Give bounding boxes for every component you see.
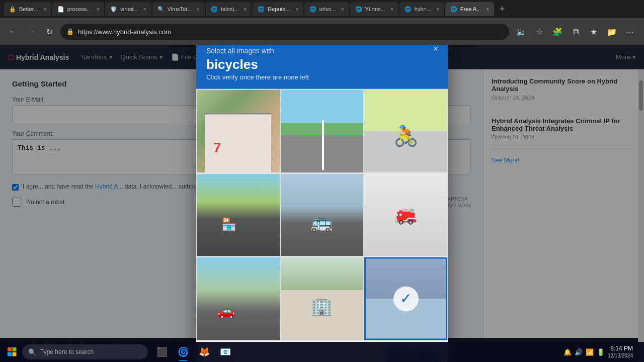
tab-better[interactable]: 🔒 Better... × bbox=[4, 2, 51, 16]
captcha-keyword: bicycles bbox=[206, 57, 438, 72]
taskbar: 🔍 Type here to search ⬛ 🌀 🦊 📧 🔔 🔊 📶 🔋 8:… bbox=[0, 342, 644, 362]
captcha-image-street2 bbox=[197, 257, 280, 340]
captcha-cell-5[interactable] bbox=[280, 173, 364, 257]
tab-free-active[interactable]: 🌐 Free A... × bbox=[445, 2, 494, 16]
page-content: ⬡ Hybrid Analysis Sandbox ▾ Quick Scans … bbox=[0, 45, 644, 362]
tab-label: talos|... bbox=[221, 6, 238, 12]
tab-virustotal[interactable]: 🛡️ virust... × bbox=[105, 2, 151, 16]
tab-favicon: 🌐 bbox=[309, 6, 316, 13]
tab-favicon: 📄 bbox=[57, 6, 64, 13]
tab-close-btn[interactable]: × bbox=[390, 7, 393, 12]
browser-menu-button[interactable]: ⋯ bbox=[622, 24, 638, 40]
tab-favicon: 🌐 bbox=[355, 6, 362, 13]
tab-ylrms[interactable]: 🌐 Yl.rms... × bbox=[350, 2, 398, 16]
captcha-cell-7[interactable] bbox=[196, 257, 280, 341]
captcha-modal: Select all images with bicycles Click ve… bbox=[196, 45, 448, 362]
collections-button[interactable]: 📁 bbox=[604, 24, 620, 40]
taskbar-clock[interactable]: 8:14 PM 12/13/2024 bbox=[608, 345, 633, 359]
favorites-button[interactable]: ☆ bbox=[531, 24, 547, 40]
refresh-button[interactable]: ↻ bbox=[42, 25, 56, 39]
tab-favicon: 🌐 bbox=[258, 6, 265, 13]
windows-logo-icon bbox=[8, 347, 17, 356]
back-button[interactable]: ← bbox=[6, 25, 20, 39]
outlook-app[interactable]: 📧 bbox=[215, 342, 235, 362]
tab-label: VirusTot... bbox=[168, 6, 192, 12]
search-placeholder-text: Type here to search bbox=[40, 348, 94, 355]
tab-close-btn[interactable]: × bbox=[295, 7, 298, 12]
tab-label: Free A... bbox=[460, 6, 481, 12]
tab-reputa[interactable]: 🌐 Reputa... × bbox=[253, 2, 303, 16]
tab-favicon: 🔒 bbox=[9, 6, 16, 13]
tray-sound-icon[interactable]: 🔊 bbox=[575, 348, 583, 356]
address-bar[interactable]: 🔒 https://www.hybrid-analysis.com bbox=[60, 24, 509, 40]
captcha-image-highway bbox=[281, 173, 364, 256]
captcha-checkmark: ✓ bbox=[393, 286, 419, 311]
captcha-image-street bbox=[197, 173, 280, 256]
task-view-button[interactable]: ⬛ bbox=[152, 342, 172, 362]
tab-favicon: 🔍 bbox=[157, 6, 165, 13]
forward-button[interactable]: → bbox=[24, 25, 38, 39]
search-icon: 🔍 bbox=[28, 348, 36, 356]
tab-label: Better... bbox=[19, 6, 38, 12]
read-aloud-button[interactable]: 🔉 bbox=[513, 24, 529, 40]
captcha-image-grid: ✓ bbox=[196, 88, 448, 340]
taskbar-date-display: 12/13/2024 bbox=[608, 352, 633, 359]
tab-close-btn[interactable]: × bbox=[96, 7, 99, 12]
edge-app[interactable]: 🌀 bbox=[173, 342, 193, 362]
captcha-image-store bbox=[197, 89, 280, 172]
tab-close-btn[interactable]: × bbox=[341, 7, 344, 12]
tab-urlvo[interactable]: 🌐 urlvo... × bbox=[304, 2, 349, 16]
task-view-icon: ⬛ bbox=[156, 346, 168, 357]
tab-close-btn[interactable]: × bbox=[486, 7, 489, 12]
tab-label: hybri... bbox=[415, 6, 431, 12]
captcha-cell-3[interactable] bbox=[364, 89, 448, 173]
captcha-cell-2[interactable] bbox=[280, 89, 364, 173]
extensions-button[interactable]: 🧩 bbox=[549, 24, 566, 40]
captcha-cell-9[interactable]: ✓ bbox=[364, 257, 448, 341]
tray-wifi-icon[interactable]: 📶 bbox=[586, 348, 594, 356]
nav-bar: ← → ↻ 🔒 https://www.hybrid-analysis.com … bbox=[0, 18, 644, 45]
start-button[interactable] bbox=[4, 344, 20, 360]
edge-icon: 🌀 bbox=[178, 346, 189, 357]
svg-rect-2 bbox=[8, 352, 12, 356]
tab-favicon: 🌐 bbox=[405, 6, 412, 13]
captcha-close-button[interactable]: × bbox=[430, 45, 442, 55]
tab-favicon: 🛡️ bbox=[110, 6, 117, 13]
svg-rect-3 bbox=[13, 352, 17, 356]
tab-bar: 🔒 Better... × 📄 process... × 🛡️ virust..… bbox=[0, 0, 644, 18]
captcha-instruction: Click verify once there are none left bbox=[206, 73, 438, 81]
system-tray: 🔔 🔊 📶 🔋 8:14 PM 12/13/2024 bbox=[564, 345, 640, 359]
tab-label: Reputa... bbox=[268, 6, 290, 12]
tray-notification-icon[interactable]: 🔔 bbox=[564, 348, 572, 356]
favorites-hub-button[interactable]: ★ bbox=[586, 24, 602, 40]
svg-rect-0 bbox=[8, 347, 12, 351]
captcha-cell-6[interactable] bbox=[364, 173, 448, 257]
captcha-image-building bbox=[281, 257, 364, 340]
taskbar-time-display: 8:14 PM bbox=[608, 345, 633, 353]
tray-battery-icon[interactable]: 🔋 bbox=[597, 348, 605, 356]
address-lock-icon: 🔒 bbox=[66, 28, 74, 35]
tab-close-btn[interactable]: × bbox=[197, 7, 200, 12]
tab-label: urlvo... bbox=[319, 6, 336, 12]
split-screen-button[interactable]: ⧉ bbox=[568, 24, 584, 40]
tab-label: virust... bbox=[120, 6, 138, 12]
tab-talos[interactable]: 🌐 talos|... × bbox=[206, 2, 252, 16]
taskbar-search-box[interactable]: 🔍 Type here to search bbox=[22, 344, 148, 359]
tab-process[interactable]: 📄 process... × bbox=[52, 2, 105, 16]
captcha-cell-1[interactable] bbox=[196, 89, 280, 173]
tab-close-btn[interactable]: × bbox=[436, 7, 439, 12]
tab-close-btn[interactable]: × bbox=[143, 7, 146, 12]
browser-chrome: 🔒 Better... × 📄 process... × 🛡️ virust..… bbox=[0, 0, 644, 45]
tab-close-btn[interactable]: × bbox=[43, 7, 46, 12]
nav-actions: 🔉 ☆ 🧩 ⧉ ★ 📁 ⋯ bbox=[513, 24, 638, 40]
captcha-cell-4[interactable] bbox=[196, 173, 280, 257]
tab-virustot[interactable]: 🔍 VirusTot... × bbox=[152, 2, 205, 16]
firefox-icon: 🦊 bbox=[199, 346, 210, 357]
tab-hybrid[interactable]: 🌐 hybri... × bbox=[399, 2, 444, 16]
svg-rect-1 bbox=[13, 347, 17, 351]
firefox-app[interactable]: 🦊 bbox=[194, 342, 214, 362]
new-tab-button[interactable]: + bbox=[495, 2, 509, 16]
captcha-cell-8[interactable] bbox=[280, 257, 364, 341]
tab-close-btn[interactable]: × bbox=[244, 7, 247, 12]
outlook-icon: 📧 bbox=[220, 346, 231, 357]
